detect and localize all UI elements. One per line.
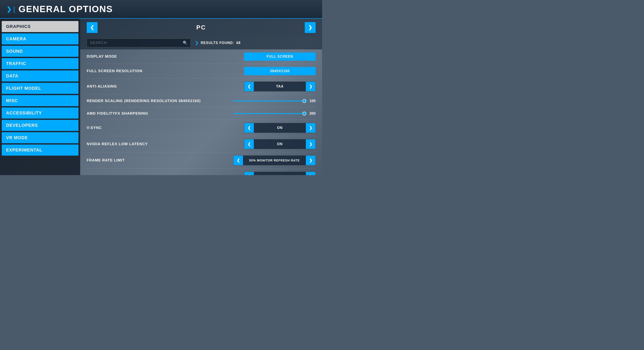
anti-aliasing-value: TAA	[254, 84, 306, 88]
sidebar-item-flight-model[interactable]: FLIGHT MODEL	[2, 83, 78, 94]
setting-label-v-sync: V-SYNC	[87, 126, 102, 130]
platform-prev-button[interactable]: ❮	[87, 22, 98, 33]
results-arrow-icon: ❯	[195, 40, 198, 45]
sidebar-item-developers[interactable]: DEVELOPERS	[2, 120, 78, 131]
setting-row-hdr10: HDR10 ❮ ON ❯	[87, 168, 316, 175]
sidebar-item-traffic[interactable]: TRAFFIC	[2, 58, 78, 69]
platform-next-button[interactable]: ❯	[305, 22, 316, 33]
setting-label-display-mode: DISPLAY MODE	[87, 54, 117, 59]
setting-control-frame-rate-limit: ❮ 50% MONITOR REFRESH RATE ❯	[233, 156, 316, 165]
results-found-label: RESULTS FOUND:	[201, 41, 234, 45]
frame-rate-limit-selector: ❮ 50% MONITOR REFRESH RATE ❯	[233, 156, 316, 165]
header-arrow-icon: ❯	[6, 6, 12, 13]
main-content: GRAPHICS CAMERA SOUND TRAFFIC DATA FLIGH…	[0, 19, 322, 175]
search-input[interactable]	[90, 41, 183, 45]
amd-fidelityfx-thumb[interactable]	[302, 112, 306, 116]
hdr10-next-button[interactable]: ❯	[306, 172, 316, 175]
setting-row-amd-fidelityfx: AMD FIDELITYFX SHARPENING 200	[87, 107, 316, 120]
nvidia-reflex-selector: ❮ ON ❯	[244, 139, 316, 149]
setting-control-amd-fidelityfx: 200	[233, 112, 316, 116]
sidebar-item-vr-mode[interactable]: VR MODE	[2, 132, 78, 143]
sidebar-item-experimental[interactable]: EXPERIMENTAL	[2, 144, 78, 156]
platform-label: PC	[98, 24, 305, 31]
nvidia-reflex-next-button[interactable]: ❯	[306, 139, 316, 149]
frame-rate-limit-prev-button[interactable]: ❮	[234, 156, 243, 165]
nvidia-reflex-prev-button[interactable]: ❮	[244, 139, 254, 149]
setting-label-anti-aliasing: ANTI-ALIASING	[87, 84, 117, 89]
full-screen-resolution-dropdown[interactable]: 3840X2160	[244, 67, 316, 75]
setting-row-display-mode: DISPLAY MODE FULL SCREEN	[87, 50, 316, 64]
render-scaling-track[interactable]	[233, 100, 304, 102]
setting-label-amd-fidelityfx: AMD FIDELITYFX SHARPENING	[87, 112, 148, 116]
hdr10-selector: ❮ ON ❯	[244, 172, 316, 175]
setting-label-full-screen-resolution: FULL SCREEN RESOLUTION	[87, 69, 142, 73]
frame-rate-limit-next-button[interactable]: ❯	[306, 156, 316, 165]
settings-list: DISPLAY MODE FULL SCREEN FULL SCREEN RES…	[80, 50, 322, 175]
setting-label-frame-rate-limit: FRAME RATE LIMIT	[87, 158, 125, 162]
header-divider: |	[13, 5, 15, 13]
setting-control-display-mode: FULL SCREEN	[233, 52, 316, 61]
sidebar-item-data[interactable]: DATA	[2, 70, 78, 82]
sidebar: GRAPHICS CAMERA SOUND TRAFFIC DATA FLIGH…	[0, 19, 80, 175]
hdr10-value: ON	[254, 175, 306, 175]
v-sync-value: ON	[254, 126, 306, 130]
setting-label-hdr10: HDR10	[87, 174, 100, 175]
nvidia-reflex-value: ON	[254, 142, 306, 146]
page-title: GENERAL OPTIONS	[18, 4, 113, 14]
setting-control-nvidia-reflex: ❮ ON ❯	[233, 139, 316, 149]
sidebar-item-misc[interactable]: MISC	[2, 95, 78, 106]
setting-row-anti-aliasing: ANTI-ALIASING ❮ TAA ❯	[87, 78, 316, 95]
render-scaling-thumb[interactable]	[302, 99, 306, 103]
sidebar-item-sound[interactable]: SOUND	[2, 46, 78, 57]
v-sync-next-button[interactable]: ❯	[306, 123, 316, 133]
results-found: ❯ RESULTS FOUND: 68	[195, 40, 240, 45]
render-scaling-value: 100	[307, 99, 316, 103]
search-input-wrapper: 🔍	[87, 38, 191, 47]
setting-row-full-screen-resolution: FULL SCREEN RESOLUTION 3840X2160	[87, 64, 316, 78]
right-panel: ❮ PC ❯ 🔍 ❯ RESULTS FOUND: 68	[80, 19, 322, 175]
setting-control-v-sync: ❮ ON ❯	[233, 123, 316, 133]
sidebar-item-accessibility[interactable]: ACCESSIBILITY	[2, 108, 78, 118]
amd-fidelityfx-value: 200	[307, 112, 316, 116]
page-wrapper: ❯ | GENERAL OPTIONS GRAPHICS CAMERA SOUN…	[0, 0, 322, 175]
amd-fidelityfx-track[interactable]	[233, 113, 304, 114]
header: ❯ | GENERAL OPTIONS	[0, 0, 322, 19]
platform-selector: ❮ PC ❯	[80, 19, 322, 36]
frame-rate-limit-value: 50% MONITOR REFRESH RATE	[243, 159, 306, 162]
setting-label-render-scaling: RENDER SCALING (RENDERING RESOLUTION 384…	[87, 99, 201, 103]
hdr10-prev-button[interactable]: ❮	[244, 172, 254, 175]
setting-row-render-scaling: RENDER SCALING (RENDERING RESOLUTION 384…	[87, 95, 316, 107]
setting-control-full-screen-resolution: 3840X2160	[233, 67, 316, 75]
anti-aliasing-selector: ❮ TAA ❯	[244, 82, 316, 92]
v-sync-selector: ❮ ON ❯	[244, 123, 316, 133]
setting-row-frame-rate-limit: FRAME RATE LIMIT ❮ 50% MONITOR REFRESH R…	[87, 152, 316, 168]
anti-aliasing-next-button[interactable]: ❯	[306, 82, 316, 91]
search-bar: 🔍 ❯ RESULTS FOUND: 68	[80, 36, 322, 50]
render-scaling-fill	[233, 100, 304, 102]
display-mode-dropdown[interactable]: FULL SCREEN	[244, 52, 316, 61]
setting-label-nvidia-reflex: NVIDIA REFLEX LOW LATENCY	[87, 142, 148, 146]
sidebar-item-graphics[interactable]: GRAPHICS	[2, 21, 78, 32]
sidebar-item-camera[interactable]: CAMERA	[2, 33, 78, 44]
v-sync-prev-button[interactable]: ❮	[244, 123, 254, 133]
amd-fidelityfx-fill	[233, 113, 304, 114]
setting-row-nvidia-reflex: NVIDIA REFLEX LOW LATENCY ❮ ON ❯	[87, 136, 316, 152]
setting-control-anti-aliasing: ❮ TAA ❯	[233, 82, 316, 92]
search-icon: 🔍	[183, 40, 188, 45]
setting-control-hdr10: ❮ ON ❯	[233, 172, 316, 175]
anti-aliasing-prev-button[interactable]: ❮	[244, 82, 254, 91]
results-count: 68	[236, 41, 240, 45]
setting-row-v-sync: V-SYNC ❮ ON ❯	[87, 120, 316, 136]
setting-control-render-scaling: 100	[233, 99, 316, 103]
